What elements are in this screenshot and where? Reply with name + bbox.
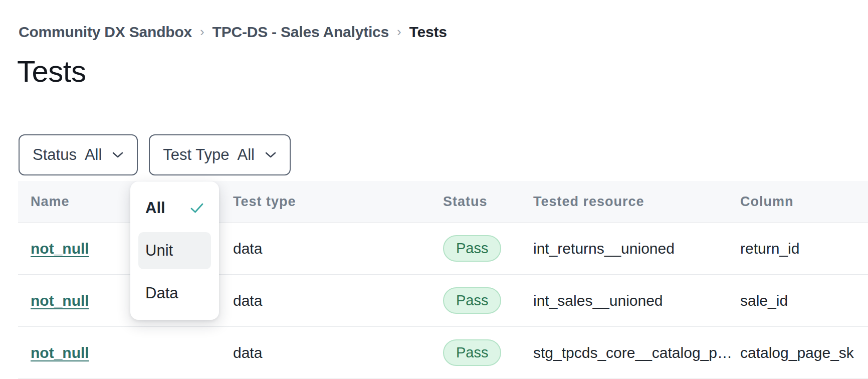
menu-item-label: Unit [145, 242, 173, 260]
column-cell: catalog_page_sk [740, 344, 868, 361]
check-icon [190, 203, 204, 214]
chevron-down-icon [112, 151, 124, 159]
table-row: not_null data Pass stg_tpcds_core__catal… [18, 327, 868, 379]
filter-bar: Status All Test Type All [19, 134, 291, 175]
status-badge: Pass [443, 287, 501, 314]
page-title: Tests [17, 54, 86, 89]
tested-resource-cell: stg_tpcds_core__catalog_p… [533, 344, 740, 361]
column-cell: return_id [740, 240, 868, 257]
chevron-down-icon [265, 151, 277, 159]
test-type-cell: data [233, 292, 443, 309]
breadcrumb: Community DX Sandbox › TPC-DS - Sales An… [19, 24, 447, 41]
menu-item-data[interactable]: Data [138, 275, 211, 312]
status-filter-button[interactable]: Status All [19, 134, 138, 175]
test-type-filter-value: All [237, 146, 254, 164]
tested-resource-cell: int_returns__unioned [533, 240, 740, 257]
column-cell: sale_id [740, 292, 868, 309]
column-header-status: Status [443, 194, 533, 210]
menu-item-all[interactable]: All [138, 189, 211, 227]
test-type-filter-label: Test Type [163, 146, 229, 164]
test-name-link[interactable]: not_null [31, 292, 89, 309]
test-name-link[interactable]: not_null [31, 240, 89, 257]
menu-item-label: Data [145, 284, 178, 302]
test-type-filter-button[interactable]: Test Type All [149, 134, 291, 175]
menu-item-unit[interactable]: Unit [138, 232, 211, 269]
tested-resource-cell: int_sales__unioned [533, 292, 740, 309]
status-badge: Pass [443, 235, 501, 262]
column-header-column: Column [740, 194, 868, 210]
test-type-dropdown-menu: All Unit Data [130, 181, 219, 320]
chevron-right-icon: › [200, 24, 204, 40]
menu-item-label: All [145, 199, 165, 217]
test-name-link[interactable]: not_null [31, 344, 89, 361]
status-filter-value: All [85, 146, 102, 164]
column-header-tested-resource: Tested resource [533, 194, 740, 210]
chevron-right-icon: › [397, 24, 401, 40]
test-type-cell: data [233, 344, 443, 361]
test-type-cell: data [233, 240, 443, 257]
breadcrumb-item-environment[interactable]: TPC-DS - Sales Analytics [212, 24, 389, 41]
status-filter-label: Status [33, 146, 77, 164]
status-badge: Pass [443, 339, 501, 366]
breadcrumb-item-current: Tests [409, 24, 447, 41]
breadcrumb-item-project[interactable]: Community DX Sandbox [19, 24, 192, 41]
column-header-test-type: Test type [233, 194, 443, 210]
